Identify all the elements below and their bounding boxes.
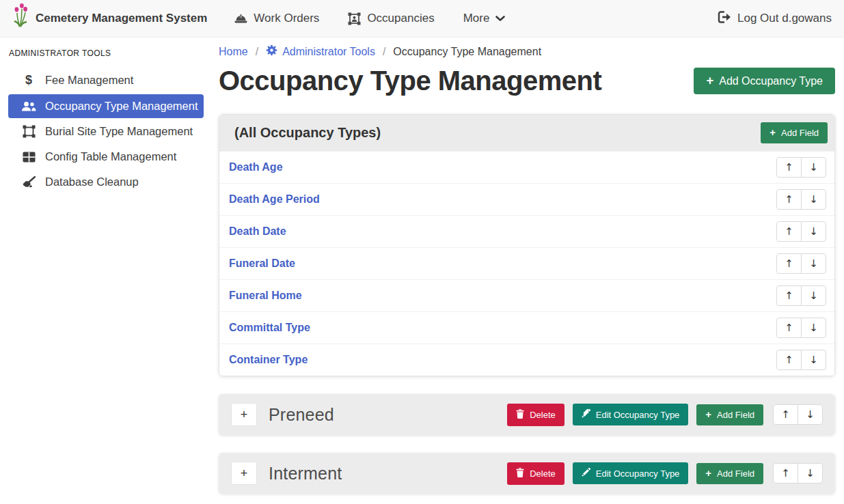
all-occupancy-types-title: (All Occupancy Types) — [234, 125, 381, 141]
field-row: Committal Type ↑ ↓ — [219, 311, 834, 344]
delete-label: Delete — [530, 410, 556, 420]
page-title: Occupancy Type Management — [219, 66, 601, 96]
field-link-funeral-home[interactable]: Funeral Home — [229, 290, 302, 302]
field-link-death-date[interactable]: Death Date — [229, 225, 286, 238]
field-row: Container Type ↑ ↓ — [219, 344, 834, 376]
occupancy-type-name: Preneed — [269, 405, 334, 425]
delete-button[interactable]: Delete — [507, 404, 564, 426]
move-up-button[interactable]: ↑ — [776, 350, 802, 370]
breadcrumb-current: Occupancy Type Management — [393, 46, 541, 58]
expand-button[interactable]: + — [231, 403, 257, 426]
tulip-logo-icon — [12, 3, 29, 33]
move-down-button[interactable]: ↓ — [801, 189, 826, 210]
plus-icon: + — [705, 468, 711, 479]
page-header: Occupancy Type Management + Add Occupanc… — [219, 66, 835, 96]
delete-button[interactable]: Delete — [507, 462, 564, 485]
move-down-button[interactable]: ↓ — [801, 253, 826, 274]
nav-occupancies[interactable]: Occupancies — [348, 12, 434, 25]
trash-icon — [516, 468, 524, 479]
edit-occupancy-type-label: Edit Occupancy Type — [596, 410, 680, 420]
reorder-group: ↑ ↓ — [776, 285, 826, 306]
move-up-button[interactable]: ↑ — [776, 221, 802, 242]
nav-more-label: More — [463, 12, 490, 25]
chevron-down-icon — [495, 16, 505, 22]
move-up-button[interactable]: ↑ — [776, 285, 802, 306]
add-occupancy-type-button[interactable]: + Add Occupancy Type — [694, 68, 835, 94]
edit-occupancy-type-button[interactable]: Edit Occupancy Type — [573, 462, 689, 484]
field-row: Death Date ↑ ↓ — [219, 215, 834, 247]
breadcrumb-admin-tools-label: Administrator Tools — [282, 46, 375, 58]
reorder-group: ↑ ↓ — [776, 318, 826, 338]
field-row: Death Age ↑ ↓ — [219, 151, 834, 183]
sign-out-icon — [718, 11, 731, 27]
admin-tools-sidebar: ADMINISTRATOR TOOLS $ Fee Management Occ… — [0, 38, 212, 504]
breadcrumb-admin-tools-link[interactable]: Administrator Tools — [266, 44, 375, 59]
delete-label: Delete — [530, 468, 556, 479]
sidebar-item-fee-management[interactable]: $ Fee Management — [8, 68, 204, 93]
move-up-button[interactable]: ↑ — [773, 404, 798, 425]
move-up-button[interactable]: ↑ — [776, 189, 802, 210]
add-field-button[interactable]: + Add Field — [761, 122, 828, 143]
app-title: Cemetery Management System — [36, 12, 207, 25]
nav-occupancies-label: Occupancies — [367, 12, 434, 25]
add-occupancy-type-label: Add Occupancy Type — [719, 75, 823, 87]
move-down-button[interactable]: ↓ — [801, 221, 826, 242]
sidebar-item-database-cleanup[interactable]: Database Cleanup — [8, 170, 204, 194]
reorder-group: ↑ ↓ — [776, 350, 826, 370]
move-down-button[interactable]: ↓ — [801, 285, 826, 306]
brand-logo-link[interactable]: Cemetery Management System — [12, 3, 207, 33]
field-link-death-age[interactable]: Death Age — [229, 161, 283, 173]
reorder-group: ↑ ↓ — [773, 463, 823, 484]
add-field-label: Add Field — [781, 128, 819, 138]
top-navbar: Cemetery Management System Work Orders — [0, 0, 844, 38]
plus-icon: + — [770, 128, 776, 138]
occupancy-type-section-interment: + Interment Delete — [219, 453, 835, 494]
reorder-group: ↑ ↓ — [776, 253, 826, 274]
hard-hat-icon — [234, 13, 247, 25]
main-content: Home / Administrator Tool — [212, 38, 844, 504]
move-down-button[interactable]: ↓ — [798, 463, 823, 484]
occupancy-type-name: Interment — [269, 464, 342, 484]
field-link-committal-type[interactable]: Committal Type — [229, 322, 310, 334]
edit-occupancy-type-button[interactable]: Edit Occupancy Type — [573, 404, 689, 425]
sidebar-item-burial-site-type-management[interactable]: Burial Site Type Management — [8, 120, 204, 143]
logout-label: Log Out d.gowans — [737, 12, 832, 25]
sidebar-item-label: Fee Management — [45, 74, 133, 87]
add-field-button[interactable]: + Add Field — [696, 463, 763, 484]
expand-button[interactable]: + — [231, 462, 257, 485]
breadcrumb-home-link[interactable]: Home — [219, 46, 248, 58]
field-row: Death Age Period ↑ ↓ — [219, 183, 834, 215]
vector-square-icon — [21, 125, 37, 138]
sidebar-item-config-table-management[interactable]: Config Table Management — [8, 145, 204, 169]
nav-work-orders[interactable]: Work Orders — [234, 12, 319, 25]
edit-occupancy-type-label: Edit Occupancy Type — [596, 468, 680, 479]
nav-more[interactable]: More — [463, 12, 506, 25]
move-up-button[interactable]: ↑ — [776, 318, 802, 338]
reorder-group: ↑ ↓ — [776, 221, 826, 242]
occupancy-type-section-preneed: + Preneed Delete — [219, 394, 835, 435]
reorder-group: ↑ ↓ — [776, 157, 826, 178]
plus-icon: + — [705, 410, 711, 420]
move-up-button[interactable]: ↑ — [776, 157, 802, 178]
move-down-button[interactable]: ↓ — [798, 404, 823, 425]
sidebar-heading: ADMINISTRATOR TOOLS — [0, 43, 212, 66]
logout-button[interactable]: Log Out d.gowans — [718, 11, 832, 27]
move-up-button[interactable]: ↑ — [773, 463, 798, 484]
sidebar-item-occupancy-type-management[interactable]: Occupancy Type Management — [8, 94, 204, 118]
move-up-button[interactable]: ↑ — [776, 253, 802, 274]
move-down-button[interactable]: ↓ — [801, 318, 826, 338]
section-actions: Delete Edit Occupancy Type + — [507, 404, 823, 426]
field-link-death-age-period[interactable]: Death Age Period — [229, 193, 320, 206]
all-occupancy-types-header: (All Occupancy Types) + Add Field — [219, 115, 834, 151]
field-link-funeral-date[interactable]: Funeral Date — [229, 257, 295, 270]
breadcrumb-separator: / — [383, 46, 385, 58]
pencil-icon — [582, 409, 590, 420]
move-down-button[interactable]: ↓ — [801, 157, 826, 178]
add-field-label: Add Field — [717, 410, 754, 420]
occupancy-frame-icon — [348, 12, 361, 25]
plus-icon: + — [706, 74, 713, 87]
field-link-container-type[interactable]: Container Type — [229, 354, 308, 366]
add-field-button[interactable]: + Add Field — [696, 404, 763, 425]
table-icon — [21, 152, 37, 163]
move-down-button[interactable]: ↓ — [801, 350, 826, 370]
